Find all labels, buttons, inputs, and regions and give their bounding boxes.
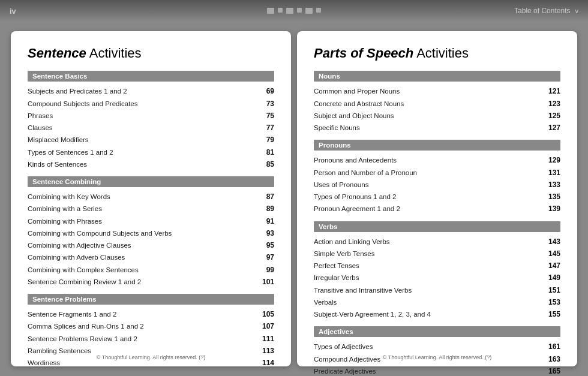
entry-page: 127	[544, 122, 560, 133]
entry-page: 155	[544, 309, 560, 320]
entry-page: 143	[544, 236, 560, 247]
entry-label: Uses of Pronouns	[314, 180, 368, 190]
toc-row: Kinds of Sentences85	[28, 158, 274, 170]
right-page-title: Parts of Speech Activities	[314, 46, 560, 61]
entry-page: 79	[257, 134, 274, 145]
entry-page: 69	[257, 86, 274, 97]
left-page-title: Sentence Activities	[28, 46, 274, 61]
toolbar-icons	[267, 8, 321, 14]
toc-row: Combining with Phrases91	[28, 215, 274, 227]
toc-row: Compound Subjects and Predicates73	[28, 98, 274, 110]
section-nouns: Nouns	[314, 71, 560, 82]
toc-row: Pronouns and Antecedents129	[314, 154, 560, 166]
toc-row: Uses of Pronouns133	[314, 179, 560, 191]
toc-row: Sentence Problems Review 1 and 2111	[28, 333, 274, 345]
left-page-footer: © Thoughtful Learning. All rights reserv…	[11, 354, 291, 360]
entry-label: Common and Proper Nouns	[314, 86, 400, 97]
top-bar: iv Table of Contents v	[0, 0, 588, 22]
nav-icon-6[interactable]	[316, 8, 321, 13]
nav-icon-2[interactable]	[278, 8, 283, 13]
entry-page: 95	[257, 240, 274, 251]
entry-label: Action and Linking Verbs	[314, 237, 390, 247]
entry-page: 81	[257, 147, 274, 158]
entry-page: 77	[257, 122, 274, 133]
entry-page: 165	[544, 366, 560, 376]
section-sentence-problems: Sentence Problems	[28, 294, 274, 305]
entry-page: 75	[257, 110, 274, 121]
entry-page: 107	[257, 321, 274, 332]
entry-label: Combining with Compound Subjects and Ver…	[28, 228, 172, 239]
toc-row: Action and Linking Verbs143	[314, 236, 560, 248]
right-page: Parts of Speech Activities Nouns Common …	[297, 31, 577, 366]
entry-page: 147	[544, 260, 560, 271]
entry-page: 87	[257, 191, 274, 202]
entry-label: Phrases	[28, 111, 53, 121]
toc-row: Types of Pronouns 1 and 2135	[314, 191, 560, 203]
entry-page: 135	[544, 191, 560, 202]
entry-page: 85	[257, 159, 274, 170]
toc-label: Table of Contents	[514, 7, 570, 15]
nav-icon-3[interactable]	[286, 8, 293, 14]
entry-label: Sentence Combining Review 1 and 2	[28, 277, 141, 287]
entry-page: 91	[257, 216, 274, 227]
toc-row: Subject-Verb Agreement 1, 2, 3, and 4155	[314, 308, 560, 320]
entry-label: Pronoun Agreement 1 and 2	[314, 204, 400, 214]
toc-row: Types of Adjectives161	[314, 341, 560, 353]
entry-label: Subject and Object Nouns	[314, 111, 394, 121]
toc-row: Combining with Key Words87	[28, 191, 274, 203]
entry-label: Irregular Verbs	[314, 273, 359, 283]
entry-label: Sentence Problems Review 1 and 2	[28, 334, 137, 344]
entry-label: Transitive and Intransitive Verbs	[314, 285, 412, 296]
section-adjectives: Adjectives	[314, 326, 560, 337]
right-title-bold: Parts of Speech	[314, 46, 413, 61]
toc-row: Combining with Compound Subjects and Ver…	[28, 227, 274, 239]
nav-icon-5[interactable]	[305, 8, 313, 14]
entry-page: 149	[544, 272, 560, 283]
toc-row: Perfect Tenses147	[314, 260, 560, 272]
entry-page: 121	[544, 86, 560, 97]
toc-row: Comma Splices and Run-Ons 1 and 2107	[28, 320, 274, 332]
toc-row: Specific Nouns127	[314, 122, 560, 134]
toc-row: Common and Proper Nouns121	[314, 85, 560, 97]
entry-page: 151	[544, 285, 560, 296]
entry-label: Combining with a Series	[28, 204, 102, 214]
left-title-normal: Activities	[86, 46, 142, 61]
entry-page: 101	[257, 276, 274, 287]
entry-page: 145	[544, 248, 560, 259]
entry-label: Subjects and Predicates 1 and 2	[28, 86, 127, 97]
left-page: Sentence Activities Sentence Basics Subj…	[11, 31, 291, 366]
toc-row: Types of Sentences 1 and 281	[28, 146, 274, 158]
left-title-bold: Sentence	[28, 46, 86, 61]
entry-page: 123	[544, 98, 560, 109]
nav-icon-1[interactable]	[267, 8, 274, 14]
section-sentence-combining: Sentence Combining	[28, 176, 274, 187]
entry-label: Sentence Fragments 1 and 2	[28, 309, 116, 320]
right-title-normal: Activities	[413, 46, 469, 61]
toc-row: Sentence Fragments 1 and 2105	[28, 308, 274, 320]
page-number-left: iv	[10, 7, 16, 16]
toc-row: Pronoun Agreement 1 and 2139	[314, 203, 560, 215]
nav-icon-4[interactable]	[297, 8, 302, 13]
entry-page: 139	[544, 203, 560, 214]
toc-row: Concrete and Abstract Nouns123	[314, 98, 560, 110]
entry-page: 73	[257, 98, 274, 109]
entry-page: 161	[544, 341, 560, 352]
content-area: Sentence Activities Sentence Basics Subj…	[0, 22, 588, 376]
section-sentence-basics: Sentence Basics	[28, 71, 274, 82]
entry-label: Subject-Verb Agreement 1, 2, 3, and 4	[314, 309, 431, 320]
toc-row: Sentence Combining Review 1 and 2101	[28, 276, 274, 288]
top-bar-right: Table of Contents v	[514, 7, 578, 15]
entry-page: 89	[257, 203, 274, 214]
toc-row: Predicate Adjectives165	[314, 365, 560, 376]
toc-row: Transitive and Intransitive Verbs151	[314, 284, 560, 296]
toc-row: Verbals153	[314, 296, 560, 308]
entry-label: Person and Number of a Pronoun	[314, 168, 417, 178]
section-pronouns: Pronouns	[314, 140, 560, 151]
right-page-footer: © Thoughtful Learning. All rights reserv…	[297, 354, 577, 360]
toc-row: Combining with Complex Sentences99	[28, 264, 274, 276]
entry-page: 125	[544, 110, 560, 121]
toc-row: Combining with Adjective Clauses95	[28, 239, 274, 251]
entry-label: Predicate Adjectives	[314, 366, 376, 376]
entry-page: 111	[257, 333, 274, 344]
right-arrow[interactable]: v	[575, 7, 579, 14]
